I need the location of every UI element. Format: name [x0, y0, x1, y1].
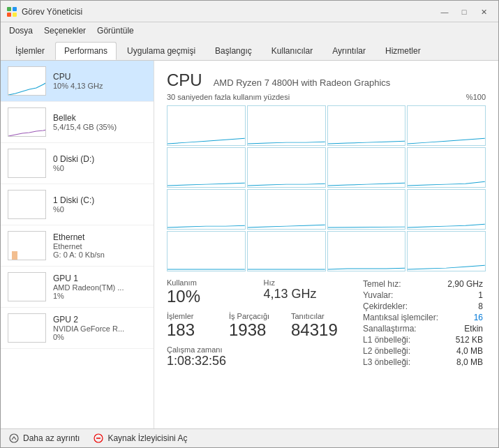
gpu2-sub: NVIDIA GeForce R... [53, 324, 147, 333]
threads-value: 1938 [229, 320, 284, 340]
sidebar-item-ethernet[interactable]: Ethernet Ethernet G: 0 A: 0 Kb/sn [1, 225, 154, 267]
virt-value: Etkin [444, 323, 486, 334]
window-controls: — □ ✕ [435, 5, 493, 19]
l3-label: L3 önbelleği: [360, 357, 444, 368]
gpu2-info: GPU 2 NVIDIA GeForce R... 0% [53, 315, 147, 341]
spec-logical: Mantıksal işlemciler: 16 [360, 312, 486, 323]
l3-value: 8,0 MB [444, 357, 486, 368]
ethernet-name: Ethernet [53, 232, 147, 242]
processes-stat: İşlemler 183 [167, 312, 222, 340]
processes-label: İşlemler [167, 312, 222, 320]
l1-value: 512 KB [444, 334, 486, 345]
spec-l3: L3 önbelleği: 8,0 MB [360, 357, 486, 368]
app-icon [6, 6, 17, 17]
tab-startup[interactable]: Başlangıç [206, 42, 261, 60]
freq-value: 4,13 GHz [264, 287, 347, 301]
freq-stat: Hız 4,13 GHz [264, 278, 347, 306]
svg-rect-2 [7, 13, 11, 17]
close-button[interactable]: ✕ [475, 5, 493, 19]
gpu2-value: 0% [53, 333, 147, 341]
memory-info: Bellek 5,4/15,4 GB (35%) [53, 113, 147, 131]
chevron-up-icon [9, 433, 19, 443]
base-speed-value: 2,90 GHz [444, 278, 486, 290]
detail-subtitle: AMD Ryzen 7 4800H with Radeon Graphics [214, 77, 391, 88]
base-speed-label: Temel hız: [360, 278, 444, 290]
cpu-graph-10 [327, 189, 406, 230]
tab-services[interactable]: Hizmetler [376, 42, 430, 60]
svg-rect-1 [13, 7, 17, 11]
cpu-graphs-grid [167, 105, 486, 271]
cpu-graph-11 [407, 189, 486, 230]
handles-label: Tanıtıcılar [291, 312, 346, 320]
disk1-name: 1 Diski (C:) [53, 195, 147, 205]
ethernet-sub: Ethernet [53, 242, 147, 251]
sidebar-item-gpu1[interactable]: GPU 1 AMD Radeon(TM) ... 1% [1, 267, 154, 308]
tab-details[interactable]: Ayrıntılar [323, 42, 375, 60]
handles-value: 84319 [291, 320, 346, 340]
ethernet-value: G: 0 A: 0 Kb/sn [53, 251, 147, 259]
usage-value: 10% [167, 287, 250, 306]
minimize-button[interactable]: — [435, 5, 454, 19]
cpu-graph-6 [327, 147, 406, 188]
svg-rect-0 [7, 7, 11, 11]
cpu-graph-0 [167, 105, 246, 146]
cpu-value: 10% 4,13 GHz [53, 82, 147, 90]
sidebar: CPU 10% 4,13 GHz Bellek 5,4/15,4 GB (35%… [1, 61, 154, 428]
usage-stat: Kullanım 10% [167, 278, 250, 306]
stats-left: Kullanım 10% Hız 4,13 GHz İşlemler 183 [167, 278, 346, 368]
tab-performance[interactable]: Performans [55, 42, 117, 60]
sidebar-item-disk1[interactable]: 1 Diski (C:) %0 [1, 184, 154, 225]
sidebar-item-gpu2[interactable]: GPU 2 NVIDIA GeForce R... 0% [1, 308, 154, 349]
cpu-graph-13 [247, 231, 326, 271]
cpu-graph-12 [167, 231, 246, 271]
title-bar-left: Görev Yöneticisi [6, 6, 82, 17]
gpu1-thumb [8, 272, 46, 301]
gpu1-sub: AMD Radeon(TM) ... [53, 283, 147, 292]
gpu1-value: 1% [53, 292, 147, 300]
memory-name: Bellek [53, 113, 147, 123]
spec-base-speed: Temel hız: 2,90 GHz [360, 278, 486, 290]
sidebar-item-cpu[interactable]: CPU 10% 4,13 GHz [1, 61, 154, 102]
tabs-bar: İşlemler Performans Uygulama geçmişi Baş… [1, 39, 498, 61]
menu-file[interactable]: Dosya [3, 24, 38, 38]
cpu-graph-4 [167, 147, 246, 188]
cpu-info: CPU 10% 4,13 GHz [53, 72, 147, 90]
ethernet-info: Ethernet Ethernet G: 0 A: 0 Kb/sn [53, 232, 147, 259]
gpu2-name: GPU 2 [53, 315, 147, 324]
sidebar-item-memory[interactable]: Bellek 5,4/15,4 GB (35%) [1, 102, 154, 143]
cpu-graph-5 [247, 147, 326, 188]
menu-view[interactable]: Görüntüle [91, 24, 140, 38]
memory-thumb [8, 107, 46, 137]
usage-label: Kullanım [167, 278, 250, 287]
main-content: CPU 10% 4,13 GHz Bellek 5,4/15,4 GB (35%… [1, 61, 498, 428]
threads-stat: İş Parçacığı 1938 [229, 312, 284, 340]
tab-processes[interactable]: İşlemler [6, 42, 54, 60]
sidebar-item-disk0[interactable]: 0 Diski (D:) %0 [1, 143, 154, 184]
logical-value: 16 [444, 312, 486, 323]
title-bar: Görev Yöneticisi — □ ✕ [1, 1, 498, 22]
less-details-button[interactable]: Daha az ayrıntı [9, 433, 80, 443]
open-monitor-button[interactable]: Kaynak İzleyicisini Aç [94, 433, 187, 443]
main-window: Görev Yöneticisi — □ ✕ Dosya Seçenekler … [0, 0, 499, 448]
cpu-graph-3 [407, 105, 486, 146]
disk1-info: 1 Diski (C:) %0 [53, 195, 147, 214]
spec-sockets: Yuvalar: 1 [360, 290, 486, 301]
logical-label: Mantıksal işlemciler: [360, 312, 444, 323]
uptime-label: Çalışma zamanı [167, 345, 346, 354]
tab-users[interactable]: Kullanıcılar [262, 42, 322, 60]
menu-options[interactable]: Seçenekler [38, 24, 91, 38]
tab-app-history[interactable]: Uygulama geçmişi [118, 42, 204, 60]
maximize-button[interactable]: □ [455, 5, 473, 19]
menu-bar: Dosya Seçenekler Görüntüle [1, 22, 498, 39]
gpu2-thumb [8, 313, 46, 343]
cpu-graph-8 [167, 189, 246, 230]
cpu-graph-14 [327, 231, 406, 271]
spec-virt: Sanallaştırma: Etkin [360, 323, 486, 334]
cpu-name: CPU [53, 72, 147, 82]
footer: Daha az ayrıntı Kaynak İzleyicisini Aç [1, 428, 498, 447]
l2-value: 4,0 MB [444, 345, 486, 357]
open-monitor-label: Kaynak İzleyicisini Aç [107, 433, 187, 443]
memory-value: 5,4/15,4 GB (35%) [53, 123, 147, 131]
no-icon [94, 433, 103, 443]
detail-title: CPU [167, 70, 202, 90]
